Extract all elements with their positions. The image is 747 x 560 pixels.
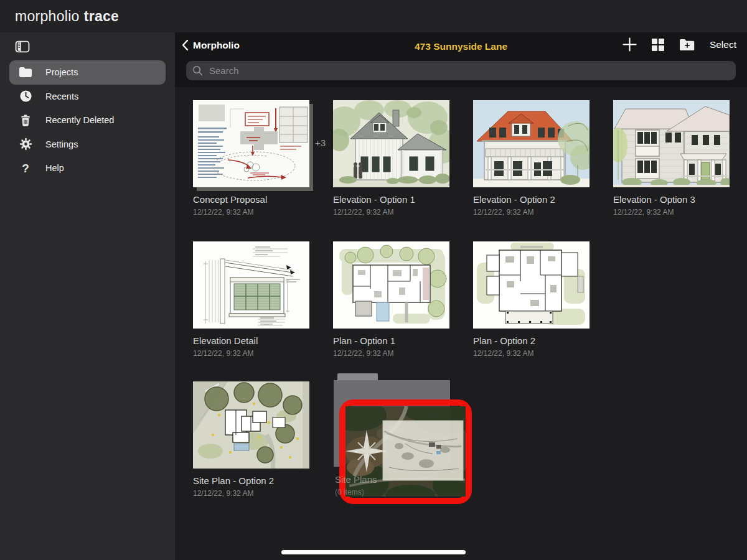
project-title: Concept Proposal — [193, 194, 309, 205]
project-title: Elevation - Option 1 — [333, 194, 449, 205]
app-top-bar: morpholiotrace — [0, 0, 747, 32]
trash-icon — [18, 113, 33, 127]
sidebar-item-label: Projects — [45, 67, 78, 77]
sidebar-item-recents[interactable]: Recents — [9, 85, 166, 109]
project-date: 12/12/22, 9:32 AM — [193, 489, 309, 498]
select-button[interactable]: Select — [710, 39, 736, 50]
project-card-elevation-option-3[interactable]: Elevation - Option 3 12/12/22, 9:32 AM — [613, 100, 730, 217]
new-folder-icon — [679, 38, 695, 51]
project-title: Elevation - Option 3 — [613, 194, 730, 205]
grid-view-button[interactable] — [651, 38, 665, 52]
morpholio-trace-app: morpholiotrace Projects R — [0, 0, 747, 560]
project-card-elevation-option-1[interactable]: Elevation - Option 1 12/12/22, 9:32 AM — [333, 100, 449, 217]
search-input[interactable] — [208, 65, 730, 77]
plus-icon — [622, 37, 637, 52]
project-card-plan-option-2[interactable]: Plan - Option 2 12/12/22, 9:32 AM — [473, 241, 590, 358]
logo-morpholio: morpholio — [15, 8, 80, 24]
project-date: 12/12/22, 9:32 AM — [473, 208, 590, 217]
search-bar — [186, 61, 736, 80]
project-date: 12/12/22, 9:32 AM — [333, 349, 449, 358]
stack-count-badge: +3 — [315, 138, 326, 148]
new-folder-title: Site Plans — [335, 474, 377, 485]
project-thumbnail — [193, 241, 309, 329]
project-date: 12/12/22, 9:32 AM — [193, 349, 309, 358]
project-card-elevation-detail[interactable]: Elevation Detail 12/12/22, 9:32 AM — [193, 241, 309, 358]
folder-icon — [18, 65, 33, 79]
sidebar-item-label: Help — [45, 163, 64, 173]
back-label: Morpholio — [193, 40, 240, 51]
sidebar-item-recently-deleted[interactable]: Recently Deleted — [9, 108, 166, 133]
project-thumbnail — [333, 100, 449, 187]
project-thumbnail — [193, 381, 309, 469]
sidebar: Projects Recents Recently Deleted — [0, 32, 175, 560]
project-thumbnail — [473, 100, 590, 187]
search-icon — [192, 65, 203, 76]
sidebar-item-label: Settings — [45, 139, 78, 149]
logo-trace: trace — [84, 8, 119, 24]
chevron-left-icon — [182, 39, 189, 51]
project-card-site-plan-option-2[interactable]: Site Plan - Option 2 12/12/22, 9:32 AM — [193, 381, 309, 498]
project-thumbnail — [473, 241, 590, 329]
sidebar-item-label: Recently Deleted — [45, 115, 114, 125]
project-title: Elevation - Option 2 — [473, 194, 590, 205]
sidebar-item-projects[interactable]: Projects — [9, 60, 166, 85]
new-folder-tab — [337, 373, 378, 380]
gear-icon — [18, 138, 33, 151]
sidebar-item-help[interactable]: ? Help — [9, 156, 166, 180]
sidebar-toggle-icon[interactable] — [15, 39, 30, 54]
project-thumbnail — [193, 100, 309, 187]
add-button[interactable] — [622, 37, 637, 52]
project-card-plan-option-1[interactable]: Plan - Option 1 12/12/22, 9:32 AM — [333, 241, 449, 358]
sidebar-item-label: Recents — [45, 91, 78, 101]
project-title: Plan - Option 1 — [333, 335, 449, 346]
project-date: 12/12/22, 9:32 AM — [333, 208, 449, 217]
grid-view-icon — [651, 38, 665, 52]
question-icon: ? — [18, 161, 33, 175]
project-date: 12/12/22, 9:32 AM — [473, 349, 590, 358]
project-date: 12/12/22, 9:32 AM — [193, 208, 309, 217]
project-title: Site Plan - Option 2 — [193, 475, 309, 486]
project-card-concept-proposal[interactable]: +3 Concept Proposal 12/12/22, 9:32 AM — [193, 100, 309, 217]
home-indicator[interactable] — [281, 550, 466, 554]
project-thumbnail — [333, 241, 449, 329]
project-thumbnail — [613, 100, 730, 187]
new-folder-button[interactable] — [679, 38, 695, 51]
clock-icon — [18, 90, 33, 103]
project-title: Elevation Detail — [193, 335, 309, 346]
project-date: 12/12/22, 9:32 AM — [613, 208, 730, 217]
project-card-elevation-option-2[interactable]: Elevation - Option 2 12/12/22, 9:32 AM — [473, 100, 590, 217]
project-title: Plan - Option 2 — [473, 335, 590, 346]
sidebar-item-settings[interactable]: Settings — [9, 133, 166, 157]
new-folder-item-count: (0 items) — [335, 488, 364, 497]
header-actions: Select — [622, 37, 736, 52]
sidebar-nav: Projects Recents Recently Deleted — [0, 60, 175, 180]
app-logo: morpholiotrace — [15, 8, 119, 25]
back-button[interactable]: Morpholio — [182, 39, 240, 51]
